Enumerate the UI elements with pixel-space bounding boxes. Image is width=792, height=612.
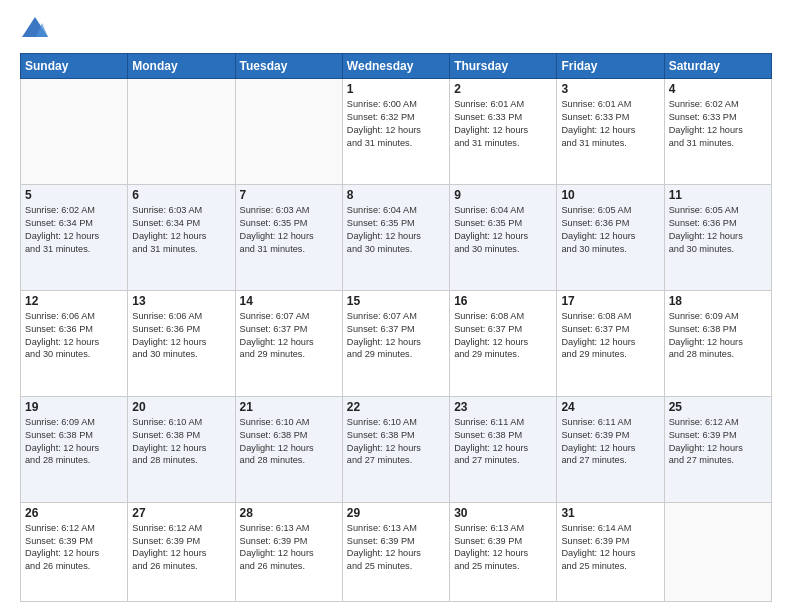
day-info: Sunrise: 6:12 AMSunset: 6:39 PMDaylight:…	[25, 522, 123, 574]
calendar-cell: 24Sunrise: 6:11 AMSunset: 6:39 PMDayligh…	[557, 396, 664, 502]
day-number: 2	[454, 82, 552, 96]
day-number: 13	[132, 294, 230, 308]
calendar-cell	[235, 79, 342, 185]
day-number: 21	[240, 400, 338, 414]
calendar-cell: 1Sunrise: 6:00 AMSunset: 6:32 PMDaylight…	[342, 79, 449, 185]
calendar-cell	[128, 79, 235, 185]
calendar-cell: 12Sunrise: 6:06 AMSunset: 6:36 PMDayligh…	[21, 290, 128, 396]
calendar-cell: 27Sunrise: 6:12 AMSunset: 6:39 PMDayligh…	[128, 502, 235, 601]
calendar-week-row: 5Sunrise: 6:02 AMSunset: 6:34 PMDaylight…	[21, 184, 772, 290]
calendar-cell: 4Sunrise: 6:02 AMSunset: 6:33 PMDaylight…	[664, 79, 771, 185]
day-info: Sunrise: 6:10 AMSunset: 6:38 PMDaylight:…	[240, 416, 338, 468]
calendar-header-friday: Friday	[557, 54, 664, 79]
day-number: 6	[132, 188, 230, 202]
calendar-header-thursday: Thursday	[450, 54, 557, 79]
day-info: Sunrise: 6:12 AMSunset: 6:39 PMDaylight:…	[132, 522, 230, 574]
day-info: Sunrise: 6:04 AMSunset: 6:35 PMDaylight:…	[454, 204, 552, 256]
day-info: Sunrise: 6:02 AMSunset: 6:33 PMDaylight:…	[669, 98, 767, 150]
day-info: Sunrise: 6:04 AMSunset: 6:35 PMDaylight:…	[347, 204, 445, 256]
day-info: Sunrise: 6:06 AMSunset: 6:36 PMDaylight:…	[25, 310, 123, 362]
calendar-cell: 21Sunrise: 6:10 AMSunset: 6:38 PMDayligh…	[235, 396, 342, 502]
calendar-cell: 25Sunrise: 6:12 AMSunset: 6:39 PMDayligh…	[664, 396, 771, 502]
day-number: 11	[669, 188, 767, 202]
calendar-header-row: SundayMondayTuesdayWednesdayThursdayFrid…	[21, 54, 772, 79]
day-info: Sunrise: 6:13 AMSunset: 6:39 PMDaylight:…	[454, 522, 552, 574]
calendar-cell: 14Sunrise: 6:07 AMSunset: 6:37 PMDayligh…	[235, 290, 342, 396]
calendar-table: SundayMondayTuesdayWednesdayThursdayFrid…	[20, 53, 772, 602]
logo-icon	[20, 15, 50, 43]
day-number: 24	[561, 400, 659, 414]
calendar-cell: 16Sunrise: 6:08 AMSunset: 6:37 PMDayligh…	[450, 290, 557, 396]
calendar-cell: 20Sunrise: 6:10 AMSunset: 6:38 PMDayligh…	[128, 396, 235, 502]
calendar-header-saturday: Saturday	[664, 54, 771, 79]
calendar-header-tuesday: Tuesday	[235, 54, 342, 79]
day-info: Sunrise: 6:01 AMSunset: 6:33 PMDaylight:…	[454, 98, 552, 150]
calendar-week-row: 1Sunrise: 6:00 AMSunset: 6:32 PMDaylight…	[21, 79, 772, 185]
calendar-cell: 28Sunrise: 6:13 AMSunset: 6:39 PMDayligh…	[235, 502, 342, 601]
day-number: 30	[454, 506, 552, 520]
day-number: 10	[561, 188, 659, 202]
calendar-header-wednesday: Wednesday	[342, 54, 449, 79]
header	[20, 15, 772, 43]
calendar-week-row: 12Sunrise: 6:06 AMSunset: 6:36 PMDayligh…	[21, 290, 772, 396]
day-info: Sunrise: 6:00 AMSunset: 6:32 PMDaylight:…	[347, 98, 445, 150]
day-info: Sunrise: 6:11 AMSunset: 6:38 PMDaylight:…	[454, 416, 552, 468]
day-number: 23	[454, 400, 552, 414]
day-number: 28	[240, 506, 338, 520]
day-number: 5	[25, 188, 123, 202]
day-number: 19	[25, 400, 123, 414]
day-info: Sunrise: 6:13 AMSunset: 6:39 PMDaylight:…	[347, 522, 445, 574]
logo	[20, 15, 54, 43]
day-info: Sunrise: 6:06 AMSunset: 6:36 PMDaylight:…	[132, 310, 230, 362]
day-number: 22	[347, 400, 445, 414]
day-info: Sunrise: 6:10 AMSunset: 6:38 PMDaylight:…	[347, 416, 445, 468]
calendar-cell	[664, 502, 771, 601]
day-info: Sunrise: 6:08 AMSunset: 6:37 PMDaylight:…	[561, 310, 659, 362]
calendar-cell: 9Sunrise: 6:04 AMSunset: 6:35 PMDaylight…	[450, 184, 557, 290]
day-info: Sunrise: 6:03 AMSunset: 6:35 PMDaylight:…	[240, 204, 338, 256]
calendar-cell: 11Sunrise: 6:05 AMSunset: 6:36 PMDayligh…	[664, 184, 771, 290]
day-info: Sunrise: 6:05 AMSunset: 6:36 PMDaylight:…	[561, 204, 659, 256]
day-info: Sunrise: 6:09 AMSunset: 6:38 PMDaylight:…	[669, 310, 767, 362]
day-info: Sunrise: 6:07 AMSunset: 6:37 PMDaylight:…	[240, 310, 338, 362]
day-info: Sunrise: 6:11 AMSunset: 6:39 PMDaylight:…	[561, 416, 659, 468]
day-number: 3	[561, 82, 659, 96]
calendar-cell: 30Sunrise: 6:13 AMSunset: 6:39 PMDayligh…	[450, 502, 557, 601]
calendar-header-sunday: Sunday	[21, 54, 128, 79]
day-number: 9	[454, 188, 552, 202]
calendar-cell: 29Sunrise: 6:13 AMSunset: 6:39 PMDayligh…	[342, 502, 449, 601]
day-number: 29	[347, 506, 445, 520]
day-number: 7	[240, 188, 338, 202]
calendar-cell: 19Sunrise: 6:09 AMSunset: 6:38 PMDayligh…	[21, 396, 128, 502]
day-number: 14	[240, 294, 338, 308]
day-number: 18	[669, 294, 767, 308]
calendar-cell: 10Sunrise: 6:05 AMSunset: 6:36 PMDayligh…	[557, 184, 664, 290]
calendar-cell: 6Sunrise: 6:03 AMSunset: 6:34 PMDaylight…	[128, 184, 235, 290]
day-number: 1	[347, 82, 445, 96]
calendar-cell	[21, 79, 128, 185]
day-number: 31	[561, 506, 659, 520]
calendar-cell: 2Sunrise: 6:01 AMSunset: 6:33 PMDaylight…	[450, 79, 557, 185]
calendar-cell: 31Sunrise: 6:14 AMSunset: 6:39 PMDayligh…	[557, 502, 664, 601]
day-info: Sunrise: 6:14 AMSunset: 6:39 PMDaylight:…	[561, 522, 659, 574]
day-number: 17	[561, 294, 659, 308]
day-number: 26	[25, 506, 123, 520]
calendar-cell: 5Sunrise: 6:02 AMSunset: 6:34 PMDaylight…	[21, 184, 128, 290]
calendar-week-row: 19Sunrise: 6:09 AMSunset: 6:38 PMDayligh…	[21, 396, 772, 502]
calendar-cell: 18Sunrise: 6:09 AMSunset: 6:38 PMDayligh…	[664, 290, 771, 396]
day-info: Sunrise: 6:09 AMSunset: 6:38 PMDaylight:…	[25, 416, 123, 468]
day-info: Sunrise: 6:08 AMSunset: 6:37 PMDaylight:…	[454, 310, 552, 362]
day-info: Sunrise: 6:07 AMSunset: 6:37 PMDaylight:…	[347, 310, 445, 362]
day-number: 15	[347, 294, 445, 308]
day-info: Sunrise: 6:12 AMSunset: 6:39 PMDaylight:…	[669, 416, 767, 468]
day-info: Sunrise: 6:01 AMSunset: 6:33 PMDaylight:…	[561, 98, 659, 150]
calendar-cell: 7Sunrise: 6:03 AMSunset: 6:35 PMDaylight…	[235, 184, 342, 290]
day-info: Sunrise: 6:13 AMSunset: 6:39 PMDaylight:…	[240, 522, 338, 574]
day-number: 27	[132, 506, 230, 520]
calendar-cell: 13Sunrise: 6:06 AMSunset: 6:36 PMDayligh…	[128, 290, 235, 396]
day-info: Sunrise: 6:05 AMSunset: 6:36 PMDaylight:…	[669, 204, 767, 256]
calendar-week-row: 26Sunrise: 6:12 AMSunset: 6:39 PMDayligh…	[21, 502, 772, 601]
calendar-page: SundayMondayTuesdayWednesdayThursdayFrid…	[0, 0, 792, 612]
calendar-cell: 23Sunrise: 6:11 AMSunset: 6:38 PMDayligh…	[450, 396, 557, 502]
day-info: Sunrise: 6:03 AMSunset: 6:34 PMDaylight:…	[132, 204, 230, 256]
